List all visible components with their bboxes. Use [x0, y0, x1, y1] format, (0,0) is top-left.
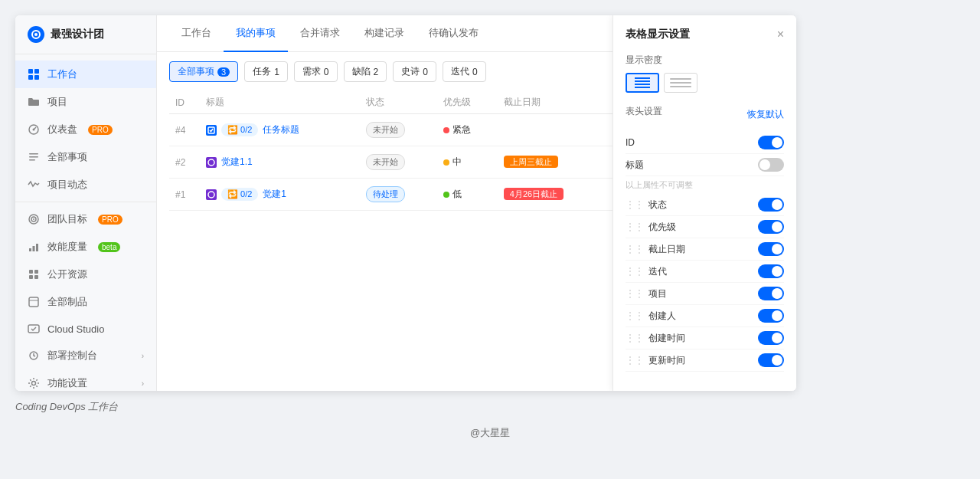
toggle-switch-iteration[interactable] [758, 264, 784, 278]
toggle-slider-project [758, 287, 784, 300]
filter-task[interactable]: 任务 1 [244, 61, 288, 82]
iteration-inline-badge: 🔁 0/2 [221, 123, 258, 136]
toggle-label-project: ⋮⋮项目 [626, 287, 667, 300]
sidebar-label-dashboard: 仪表盘 [47, 123, 77, 136]
filter-iter-count: 0 [472, 67, 478, 77]
density-line-1 [670, 78, 691, 80]
sidebar-item-cloud-studio[interactable]: Cloud Studio [15, 316, 156, 342]
toggle-slider-iteration [758, 264, 784, 278]
tab-workspace[interactable]: 工作台 [169, 15, 224, 52]
toggle-fields: ID标题以上属性不可调整⋮⋮状态⋮⋮优先级⋮⋮截止日期⋮⋮迭代⋮⋮项目⋮⋮创建人… [626, 132, 784, 372]
header-setting-section: 表头设置 恢复默认 [626, 105, 784, 124]
toggle-switch-update-time[interactable] [758, 353, 784, 367]
toggle-slider-title [758, 158, 784, 172]
field-label-iteration: 迭代 [648, 265, 667, 278]
settings-arrow-icon: › [142, 379, 144, 388]
sidebar-divider-1 [15, 202, 156, 202]
filter-iter-label: 迭代 [451, 65, 469, 78]
svg-rect-32 [635, 80, 650, 82]
toggle-slider-creator [758, 309, 784, 323]
row-deadline: 上周三截止 [498, 146, 607, 179]
filter-epic-label: 史诗 [401, 65, 420, 78]
row-priority: 低 [437, 179, 498, 211]
toggle-row-status: ⋮⋮状态 [626, 194, 784, 216]
tab-build-records[interactable]: 构建记录 [352, 15, 416, 52]
toggle-switch-create-time[interactable] [758, 331, 784, 345]
title-type-icon [206, 125, 217, 136]
iteration-inline-badge: 🔁 0/2 [221, 188, 258, 201]
row-title[interactable]: 🔁 0/2任务标题 [200, 114, 360, 146]
row-title[interactable]: 觉建1.1 [200, 146, 360, 179]
filter-task-count: 1 [274, 67, 279, 77]
svg-rect-9 [29, 156, 38, 158]
close-icon[interactable]: × [777, 28, 784, 41]
activity-icon [28, 179, 40, 191]
filter-all[interactable]: 全部事项 3 [169, 61, 238, 82]
toggle-switch-creator[interactable] [758, 309, 784, 323]
toggle-switch-deadline[interactable] [758, 242, 784, 256]
drag-handle-create-time[interactable]: ⋮⋮ [626, 333, 644, 343]
sidebar-item-deploy-console[interactable]: 部署控制台 › [15, 342, 156, 369]
col-id: ID [169, 91, 200, 114]
drag-handle-iteration[interactable]: ⋮⋮ [626, 266, 644, 277]
toggle-switch-title[interactable] [758, 158, 784, 172]
toggle-switch-id[interactable] [758, 136, 784, 149]
row-id: #4 [169, 114, 200, 146]
svg-point-29 [208, 192, 214, 198]
filter-bug[interactable]: 缺陷 2 [344, 61, 387, 82]
priority-dot [443, 127, 449, 133]
drag-handle-deadline[interactable]: ⋮⋮ [626, 244, 644, 254]
tab-pending-release[interactable]: 待确认发布 [416, 15, 491, 52]
sidebar-item-settings[interactable]: 功能设置 › [15, 369, 156, 391]
density-comfortable-btn[interactable] [664, 73, 697, 93]
toggle-slider-priority [758, 220, 784, 234]
density-compact-btn[interactable] [626, 73, 659, 93]
toggle-label-deadline: ⋮⋮截止日期 [626, 243, 685, 256]
workspace-icon [28, 68, 40, 80]
filter-iteration[interactable]: 迭代 0 [443, 61, 486, 82]
sidebar-item-team-goals[interactable]: 团队目标 PRO [15, 205, 156, 233]
tab-merge-requests[interactable]: 合并请求 [288, 15, 352, 52]
sidebar-item-activity[interactable]: 项目动态 [15, 171, 156, 198]
toggle-switch-project[interactable] [758, 287, 784, 300]
row-priority: 紧急 [437, 114, 498, 146]
density-label: 显示密度 [626, 54, 784, 67]
sidebar-item-all-products[interactable]: 全部制品 [15, 288, 156, 316]
toggle-slider-create-time [758, 331, 784, 345]
drag-handle-creator[interactable]: ⋮⋮ [626, 310, 644, 321]
filter-task-label: 任务 [253, 65, 271, 78]
panel-title: 表格显示设置 [626, 28, 690, 41]
svg-rect-20 [34, 275, 38, 279]
sidebar-item-efficiency[interactable]: 效能度量 beta [15, 233, 156, 261]
reset-link[interactable]: 恢复默认 [747, 108, 784, 121]
filter-epic[interactable]: 史诗 0 [393, 61, 436, 82]
toggle-switch-priority[interactable] [758, 220, 784, 234]
sidebar-label-all-issues: 全部事项 [47, 150, 87, 164]
toggle-slider-id [758, 136, 784, 149]
filter-requirement[interactable]: 需求 0 [294, 61, 338, 82]
toggle-label-create-time: ⋮⋮创建时间 [626, 332, 685, 345]
sidebar-item-workspace[interactable]: 工作台 [15, 61, 156, 88]
svg-rect-10 [29, 159, 35, 161]
filter-all-label: 全部事项 [178, 65, 214, 78]
row-title[interactable]: 🔁 0/2觉建1 [200, 179, 360, 211]
density-line-3 [670, 86, 691, 87]
row-priority: 中 [437, 146, 498, 179]
sidebar-nav: 工作台 项目 仪表盘 PRO [15, 54, 156, 391]
toggle-switch-status[interactable] [758, 198, 784, 212]
sidebar-item-dashboard[interactable]: 仪表盘 PRO [15, 116, 156, 143]
toggle-label-creator: ⋮⋮创建人 [626, 310, 676, 323]
tab-my-issues[interactable]: 我的事项 [224, 15, 288, 52]
col-title: 标题 [200, 91, 360, 114]
drag-handle-project[interactable]: ⋮⋮ [626, 288, 644, 299]
sidebar-item-all-issues[interactable]: 全部事项 [15, 143, 156, 171]
panel-header: 表格显示设置 × [626, 28, 784, 41]
drag-handle-update-time[interactable]: ⋮⋮ [626, 355, 644, 366]
drag-handle-status[interactable]: ⋮⋮ [626, 199, 644, 210]
sidebar-item-projects[interactable]: 项目 [15, 88, 156, 116]
sidebar-item-public-resources[interactable]: 公开资源 [15, 261, 156, 288]
density-section: 显示密度 [626, 54, 784, 93]
row-status: 待处理 [360, 179, 437, 211]
drag-handle-priority[interactable]: ⋮⋮ [626, 221, 644, 232]
row-status: 未开始 [360, 146, 437, 179]
